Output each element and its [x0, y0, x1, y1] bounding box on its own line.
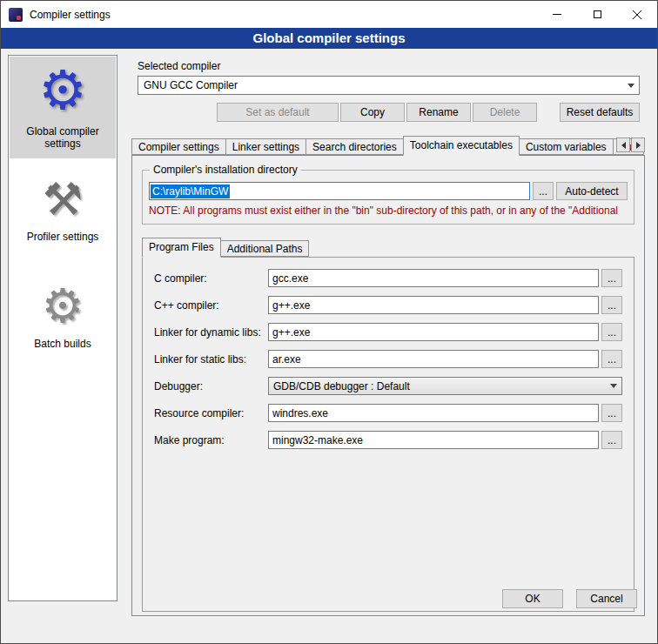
rename-button[interactable]: Rename [406, 103, 471, 122]
dropdown-arrow [606, 378, 621, 394]
sidebar-item-label: Batch builds [34, 338, 91, 350]
installation-directory-input[interactable]: C:\raylib\MinGW [149, 182, 530, 200]
ok-button[interactable]: OK [502, 589, 563, 608]
auto-detect-button[interactable]: Auto-detect [556, 182, 628, 200]
debugger-row: Debugger: GDB/CDB debugger : Default [154, 377, 622, 395]
debugger-value: GDB/CDB debugger : Default [273, 380, 410, 392]
cpp-compiler-input[interactable] [268, 296, 599, 314]
maximize-icon [594, 10, 601, 18]
tab-scroll-right-button[interactable] [631, 138, 645, 152]
installation-directory-label: Compiler's installation directory [150, 164, 301, 176]
dynamic-linker-input[interactable] [268, 323, 599, 341]
c-compiler-label: C compiler: [154, 272, 268, 285]
selected-compiler-value: GNU GCC Compiler [144, 79, 238, 91]
debugger-dropdown[interactable]: GDB/CDB debugger : Default [268, 377, 622, 395]
selected-compiler-dropdown[interactable]: GNU GCC Compiler [138, 76, 640, 95]
tab-linker-settings[interactable]: Linker settings [225, 138, 306, 155]
toolchain-executables-panel: Compiler's installation directory C:\ray… [131, 155, 645, 616]
delete-button[interactable]: Delete [473, 103, 537, 122]
window-controls [537, 1, 657, 28]
sidebar-item-label: Profiler settings [27, 231, 99, 243]
copy-button[interactable]: Copy [340, 103, 405, 122]
cancel-button[interactable]: Cancel [576, 589, 637, 608]
c-compiler-input[interactable] [268, 269, 599, 287]
bin-subdirectory-note: NOTE: All programs must exist either in … [149, 205, 628, 217]
minimize-icon [553, 14, 561, 15]
dynamic-linker-browse-button[interactable]: ... [601, 323, 622, 341]
settings-tab-bar: Compiler settings Linker settings Search… [131, 135, 645, 155]
make-program-browse-button[interactable]: ... [601, 431, 622, 449]
tab-additional-paths[interactable]: Additional Paths [220, 240, 310, 257]
reset-defaults-button[interactable]: Reset defaults [560, 103, 640, 122]
cpp-compiler-label: C++ compiler: [154, 299, 268, 312]
dynamic-linker-row: Linker for dynamic libs: ... [154, 323, 622, 341]
gear-icon: ⚙ [42, 279, 84, 332]
window-title: Compiler settings [30, 9, 111, 21]
make-program-input[interactable] [268, 431, 599, 449]
tab-toolchain-executables[interactable]: Toolchain executables [403, 136, 520, 156]
sidebar-item-global-compiler-settings[interactable]: ⚙ Global compiler settings [10, 57, 116, 158]
dropdown-arrow [623, 77, 639, 94]
chevron-down-icon [628, 84, 634, 88]
compiler-buttons-row: Set as default Copy Rename Delete Reset … [127, 103, 650, 122]
title-bar: Compiler settings [1, 1, 657, 28]
make-program-label: Make program: [154, 434, 268, 446]
compiler-settings-window: Compiler settings Global compiler settin… [0, 0, 658, 644]
sidebar-item-batch-builds[interactable]: ⚙ Batch builds [10, 274, 116, 359]
installation-directory-selected-text: C:\raylib\MinGW [151, 184, 230, 198]
c-compiler-row: C compiler: ... [154, 269, 622, 287]
static-linker-label: Linker for static libs: [154, 353, 268, 366]
tab-custom-variables[interactable]: Custom variables [519, 138, 614, 155]
dialog-content: ⚙ Global compiler settings ⚒ Profiler se… [1, 49, 657, 643]
static-linker-browse-button[interactable]: ... [601, 350, 622, 368]
close-icon [633, 10, 641, 19]
tab-scroll-left-button[interactable] [616, 138, 630, 152]
static-linker-input[interactable] [268, 350, 599, 368]
c-compiler-browse-button[interactable]: ... [601, 269, 622, 287]
cpp-compiler-row: C++ compiler: ... [154, 296, 622, 314]
set-as-default-button[interactable]: Set as default [217, 103, 339, 122]
close-button[interactable] [617, 1, 657, 28]
tab-compiler-settings[interactable]: Compiler settings [131, 138, 226, 155]
resource-compiler-input[interactable] [268, 404, 599, 422]
dynamic-linker-label: Linker for dynamic libs: [154, 326, 268, 339]
program-files-panel: C compiler: ... C++ compiler: ... Linker… [142, 257, 634, 612]
dialog-banner: Global compiler settings [1, 28, 657, 49]
chevron-down-icon [610, 384, 617, 388]
browse-directory-button[interactable]: ... [533, 182, 554, 200]
sidebar-item-label: Global compiler settings [11, 125, 114, 150]
arrow-right-icon [636, 142, 641, 149]
arrow-left-icon [621, 142, 626, 149]
debugger-label: Debugger: [154, 380, 268, 392]
selected-compiler-label: Selected compiler [138, 60, 650, 72]
minimize-button[interactable] [537, 1, 577, 28]
maximize-button[interactable] [577, 1, 617, 28]
gear-icon: ⚙ [38, 62, 87, 119]
cpp-compiler-browse-button[interactable]: ... [601, 296, 622, 314]
make-program-row: Make program: ... [154, 431, 622, 449]
program-files-tab-bar: Program Files Additional Paths [142, 238, 644, 257]
main-panel: Selected compiler GNU GCC Compiler Set a… [127, 55, 650, 616]
sidebar-item-profiler-settings[interactable]: ⚒ Profiler settings [10, 169, 116, 252]
app-icon [9, 8, 23, 22]
profiler-tool-icon: ⚒ [43, 174, 84, 225]
resource-compiler-row: Resource compiler: ... [154, 404, 622, 422]
static-linker-row: Linker for static libs: ... [154, 350, 622, 368]
settings-sidebar: ⚙ Global compiler settings ⚒ Profiler se… [8, 55, 118, 601]
tab-search-directories[interactable]: Search directories [306, 138, 404, 155]
resource-compiler-browse-button[interactable]: ... [601, 404, 622, 422]
installation-directory-group: Compiler's installation directory C:\ray… [142, 170, 634, 225]
tab-program-files[interactable]: Program Files [142, 238, 221, 258]
resource-compiler-label: Resource compiler: [154, 407, 268, 419]
installation-directory-row: C:\raylib\MinGW ... Auto-detect [149, 182, 628, 200]
tab-scroll-buttons [616, 138, 645, 152]
dialog-footer: OK Cancel [502, 589, 637, 608]
